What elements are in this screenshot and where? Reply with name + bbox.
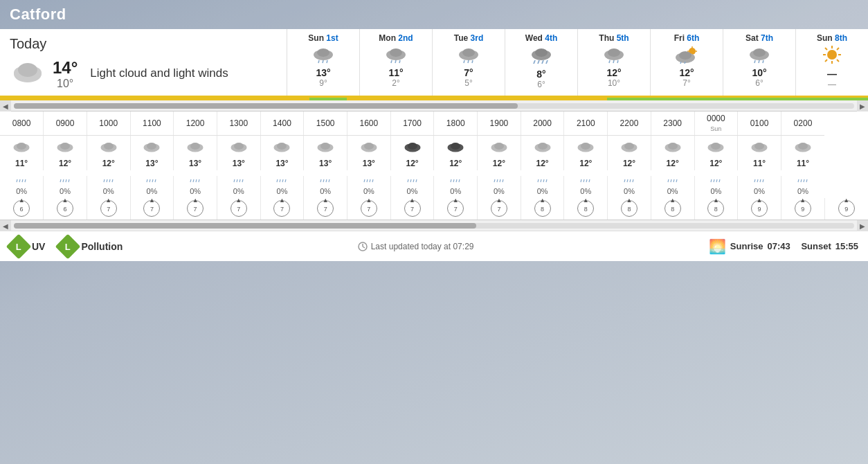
- scroll-track-bottom[interactable]: [14, 223, 854, 229]
- svg-line-178: [372, 179, 373, 182]
- day-icon-6: [726, 44, 793, 66]
- day-icon-0: [290, 44, 356, 66]
- hourly-wind-14: ▲ 8: [608, 198, 651, 220]
- day-name-7: Sun 8th: [799, 33, 865, 43]
- hour-label-10: 1800: [434, 111, 478, 136]
- day-low-2: 5°: [435, 78, 502, 88]
- last-updated-text: Last updated today at 07:29: [371, 242, 474, 251]
- rain-pct-8: 0%: [363, 187, 374, 195]
- day-icon-4: [581, 44, 647, 66]
- hourly-rain-8: 0%: [347, 176, 391, 198]
- day-date-5: 6th: [687, 33, 699, 43]
- day-date-6: 7th: [761, 33, 773, 43]
- day-col-5: Fri 6th 12° 7°: [651, 29, 723, 96]
- hourly-wind-15: ▲ 8: [651, 198, 694, 220]
- svg-line-201: [630, 179, 631, 182]
- hour-label-8: 1600: [347, 111, 391, 136]
- svg-line-49: [680, 62, 681, 64]
- day-high-0: 13°: [290, 67, 356, 78]
- rain-pct-15: 0%: [667, 187, 678, 195]
- hour-label-17: 0100: [738, 111, 781, 136]
- rain-pct-6: 0%: [277, 187, 288, 195]
- hourly-rain-12: 0%: [521, 176, 564, 198]
- scroll-right-arrow-bottom[interactable]: ▶: [857, 220, 868, 231]
- scroll-track-top[interactable]: [14, 103, 854, 109]
- scroll-left-arrow-bottom[interactable]: ◀: [0, 220, 11, 231]
- uv-badge: L UV: [10, 238, 45, 256]
- scroll-bar-top[interactable]: ◀ ▶: [0, 100, 868, 111]
- wind-circle-16: ▲ 8: [707, 200, 724, 217]
- svg-point-122: [581, 143, 590, 150]
- hour-label-1: 0900: [44, 111, 87, 136]
- sunrise-info: 🌅 Sunrise 07:43 Sunset 15:55: [709, 238, 858, 255]
- svg-point-70: [17, 143, 26, 150]
- svg-line-216: [801, 179, 802, 182]
- svg-point-142: [798, 143, 808, 150]
- svg-line-15: [391, 60, 392, 63]
- svg-line-152: [107, 179, 107, 182]
- svg-line-160: [193, 179, 194, 182]
- svg-point-110: [451, 143, 460, 150]
- wind-circle-18: ▲ 9: [795, 200, 811, 217]
- hourly-table-wrapper: 0800090010001100120013001400150016001700…: [0, 111, 868, 220]
- svg-line-214: [763, 179, 763, 182]
- svg-line-176: [367, 179, 368, 182]
- wind-circle-17: ▲ 9: [751, 200, 768, 217]
- hourly-icon-18: [781, 136, 824, 157]
- hourly-icon-6: [260, 136, 304, 157]
- location-name: Catford: [10, 6, 66, 23]
- svg-line-8: [318, 60, 319, 63]
- wind-circle-2: ▲ 7: [100, 200, 117, 217]
- svg-line-190: [503, 179, 503, 182]
- hourly-icon-8: [347, 136, 391, 157]
- hourly-wind-12: ▲ 8: [521, 198, 564, 220]
- rain-pct-7: 0%: [320, 187, 331, 195]
- today-low-temp: 10°: [53, 78, 78, 90]
- hourly-icon-0: [0, 136, 44, 157]
- day-col-3: Wed 4th 8° 6°: [505, 29, 578, 96]
- day-icon-1: [363, 44, 429, 66]
- svg-point-114: [494, 143, 504, 150]
- clock-icon: [358, 242, 368, 251]
- rain-pct-14: 0%: [624, 187, 635, 195]
- day-high-5: 12°: [653, 67, 720, 78]
- svg-line-189: [500, 179, 500, 182]
- pollution-label: Pollution: [81, 241, 123, 252]
- day-low-3: 6°: [508, 80, 575, 89]
- sunrise-time: 07:43: [768, 241, 790, 251]
- rain-pct-1: 0%: [60, 187, 71, 195]
- hourly-rain-13: 0%: [564, 176, 608, 198]
- hourly-icon-12: [521, 136, 564, 157]
- svg-line-207: [711, 179, 712, 182]
- hourly-wind-13: ▲ 8: [564, 198, 608, 220]
- svg-line-148: [63, 179, 64, 182]
- hourly-temp-4: 13°: [174, 157, 217, 170]
- svg-point-78: [104, 143, 114, 150]
- day-name-3: Wed 4th: [508, 33, 575, 43]
- day-date-4: 5th: [617, 33, 629, 43]
- scroll-bar-bottom[interactable]: ◀ ▶: [0, 220, 868, 231]
- hourly-icon-1: [44, 136, 87, 157]
- svg-point-126: [624, 143, 634, 150]
- scroll-right-arrow[interactable]: ▶: [857, 100, 868, 111]
- wind-circle-15: ▲ 8: [664, 200, 681, 217]
- svg-line-191: [538, 179, 539, 182]
- rain-pct-4: 0%: [190, 187, 201, 195]
- rain-pct-5: 0%: [233, 187, 244, 195]
- svg-line-165: [239, 179, 240, 182]
- hour-label-13: 2100: [564, 111, 608, 136]
- rain-pct-9: 0%: [407, 187, 418, 195]
- day-name-6: Sat 7th: [726, 33, 793, 43]
- day-low-1: 2°: [363, 78, 429, 88]
- scroll-left-arrow[interactable]: ◀: [0, 100, 11, 111]
- day-date-7: 8th: [835, 33, 847, 43]
- rain-pct-0: 0%: [16, 187, 27, 195]
- hourly-temp-16: 12°: [694, 157, 738, 170]
- svg-line-50: [685, 62, 685, 64]
- svg-line-17: [399, 60, 400, 63]
- svg-line-31: [542, 60, 543, 64]
- day-col-1: Mon 2nd 11° 2°: [360, 29, 433, 96]
- svg-line-221: [363, 247, 365, 248]
- rain-pct-17: 0%: [754, 187, 765, 195]
- rain-pct-13: 0%: [580, 187, 591, 195]
